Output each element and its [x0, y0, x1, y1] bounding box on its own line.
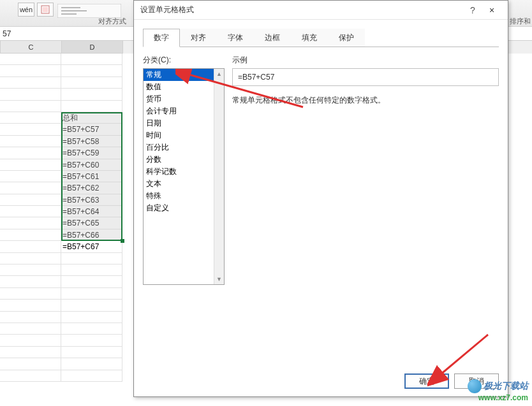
cell[interactable]: [0, 335, 61, 346]
cell[interactable]: [0, 124, 61, 135]
cell[interactable]: [61, 323, 122, 335]
selection-range: [61, 112, 122, 241]
cell[interactable]: [0, 65, 61, 76]
category-list[interactable]: 常规数值货币会计专用日期时间百分比分数科学记数文本特殊自定义 ▲ ▼: [143, 68, 225, 285]
cell[interactable]: [0, 241, 61, 252]
dialog-close-button[interactable]: ×: [482, 5, 501, 15]
category-item[interactable]: 自定义: [144, 202, 224, 214]
cell[interactable]: [61, 101, 122, 112]
cell[interactable]: [0, 159, 61, 171]
watermark-url: www.xz7.com: [468, 393, 528, 402]
format-button[interactable]: [37, 3, 54, 17]
tab-4[interactable]: 填充: [291, 29, 328, 47]
cell[interactable]: [0, 312, 61, 323]
cell[interactable]: [0, 300, 61, 311]
cell[interactable]: [0, 147, 61, 159]
cell[interactable]: [61, 347, 122, 358]
scroll-up-icon[interactable]: ▲: [214, 69, 224, 79]
cell[interactable]: [0, 276, 61, 287]
ribbon-group-label: 对齐方式: [98, 17, 126, 26]
cell[interactable]: [0, 89, 61, 100]
cell[interactable]: [0, 101, 61, 112]
cell[interactable]: [61, 265, 122, 276]
cell[interactable]: [61, 335, 122, 346]
cell[interactable]: [61, 77, 122, 89]
category-item[interactable]: 科学记数: [144, 166, 224, 178]
tab-5[interactable]: 保护: [328, 29, 365, 47]
cell[interactable]: [61, 300, 122, 311]
category-item[interactable]: 数值: [144, 81, 224, 93]
category-item[interactable]: 百分比: [144, 141, 224, 154]
category-item[interactable]: 会计专用: [144, 105, 224, 117]
dialog-help-button[interactable]: ?: [463, 5, 482, 15]
category-scrollbar[interactable]: ▲ ▼: [214, 69, 224, 284]
cell[interactable]: [61, 253, 122, 265]
cell[interactable]: [0, 288, 61, 300]
dialog-title: 设置单元格格式: [140, 4, 463, 15]
cell[interactable]: [0, 171, 61, 182]
cell[interactable]: [61, 358, 122, 370]
cell[interactable]: [0, 265, 61, 276]
watermark-site-name: 极光下载站: [484, 381, 528, 392]
svg-rect-1: [43, 7, 48, 12]
cell[interactable]: [0, 136, 61, 147]
cell[interactable]: [61, 312, 122, 323]
cell[interactable]: [0, 358, 61, 370]
tab-1[interactable]: 对齐: [180, 29, 217, 47]
selection-handle[interactable]: [121, 239, 124, 243]
cell[interactable]: [61, 65, 122, 76]
scroll-down-icon[interactable]: ▼: [214, 274, 224, 284]
dialog-tabs: 数字对齐字体边框填充保护: [134, 20, 508, 47]
category-item[interactable]: 日期: [144, 117, 224, 129]
category-item[interactable]: 文本: [144, 178, 224, 190]
sort-group-label: 排序和: [510, 17, 531, 26]
cell[interactable]: [0, 54, 61, 65]
category-label: 分类(C):: [143, 55, 225, 66]
cell[interactable]: [0, 217, 61, 229]
category-item[interactable]: 特殊: [144, 190, 224, 202]
tab-0[interactable]: 数字: [143, 29, 180, 47]
cell[interactable]: =B57+C67: [61, 241, 122, 252]
format-cells-dialog: 设置单元格格式 ? × 数字对齐字体边框填充保护 分类(C): 常规数值货币会计…: [133, 0, 508, 397]
cell[interactable]: [0, 323, 61, 335]
ok-button[interactable]: 确定: [404, 373, 449, 389]
cell[interactable]: [0, 182, 61, 194]
watermark-logo-icon: [468, 379, 482, 393]
col-header-C[interactable]: C: [1, 41, 62, 54]
cell[interactable]: [0, 229, 61, 241]
cell[interactable]: [0, 194, 61, 206]
align-combo[interactable]: [57, 4, 121, 18]
col-header-D[interactable]: D: [62, 41, 123, 54]
category-item[interactable]: 分数: [144, 154, 224, 166]
cell[interactable]: [61, 54, 122, 65]
phonetic-guide-button[interactable]: wén: [18, 3, 34, 17]
cell[interactable]: [0, 253, 61, 265]
cell[interactable]: [0, 370, 61, 382]
sample-label: 示例: [232, 55, 499, 66]
cell[interactable]: [61, 276, 122, 287]
sample-box: =B57+C57: [232, 68, 499, 86]
cell[interactable]: [0, 206, 61, 217]
cell[interactable]: [0, 77, 61, 89]
cell[interactable]: [61, 370, 122, 382]
tab-3[interactable]: 边框: [254, 29, 291, 47]
cell[interactable]: [0, 112, 61, 124]
cell[interactable]: [61, 89, 122, 100]
category-item[interactable]: 常规: [144, 69, 224, 81]
dialog-titlebar: 设置单元格格式 ? ×: [134, 1, 508, 20]
cell[interactable]: [0, 347, 61, 358]
category-item[interactable]: 时间: [144, 129, 224, 141]
cell[interactable]: [61, 288, 122, 300]
watermark: 极光下载站 www.xz7.com: [468, 379, 528, 402]
category-item[interactable]: 货币: [144, 93, 224, 105]
format-description: 常规单元格格式不包含任何特定的数字格式。: [232, 95, 499, 106]
tab-2[interactable]: 字体: [217, 29, 254, 47]
